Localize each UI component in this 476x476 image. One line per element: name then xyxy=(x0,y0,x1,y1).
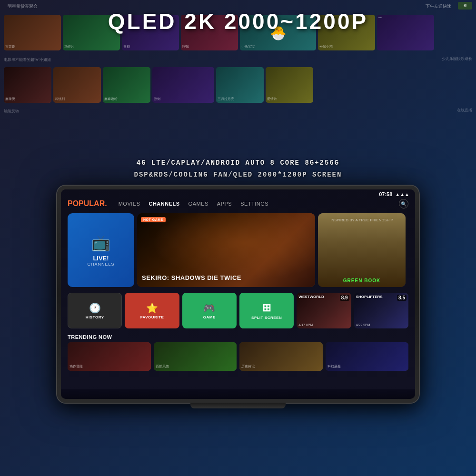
trending-card-2[interactable]: 西部风情 xyxy=(154,342,237,371)
live-channels-tile[interactable]: 📺 LIVE! CHANNELS xyxy=(68,213,134,287)
shoplifters-rating: 8.5 xyxy=(397,295,407,301)
status-bar: 07:58 ▲▲▲ xyxy=(61,189,415,197)
greenbook-background: INSPIRED BY A TRUE FRIENDSHIP xyxy=(318,213,406,287)
split-screen-label: SPLIT SCREEN xyxy=(251,316,282,320)
device-stand xyxy=(190,403,286,408)
status-time: 07:58 xyxy=(379,191,392,197)
history-icon: 🕐 xyxy=(89,302,101,314)
nav-logo: POPULAR. xyxy=(68,199,107,208)
tv-ui: 07:58 ▲▲▲ POPULAR. MOVIES CHANNELS GAMES… xyxy=(61,189,415,389)
trending-card-4[interactable]: 科幻悬疑 xyxy=(326,342,409,371)
favourite-tile[interactable]: ⭐ FAVOURITE xyxy=(125,293,179,328)
trending-row: 动作冒险 西部风情 历史传记 xyxy=(68,342,408,371)
main-grid: 📺 LIVE! CHANNELS HOT GAME xyxy=(68,213,408,290)
westworld-tile[interactable]: WESTWORLD 4/17 8PM 8.9 xyxy=(297,293,351,328)
live-icon: 📺 xyxy=(91,234,110,252)
trending-card-1[interactable]: 动作冒险 xyxy=(68,342,151,371)
wifi-icon: ▲▲▲ xyxy=(395,192,409,197)
sekiro-title: SEKIRO: SHADOWS DIE TWICE xyxy=(142,274,241,281)
main-content: QLED 2K 2000~1200P 4G LTE/CAPLAY/ANDROID… xyxy=(0,0,476,476)
westworld-rating: 8.9 xyxy=(340,295,349,301)
content-area: 📺 LIVE! CHANNELS HOT GAME xyxy=(61,211,415,333)
sekiro-tile[interactable]: HOT GAME SEKIRO: SHADOWS DIE TWICE xyxy=(137,213,315,287)
nav-item-settings[interactable]: SETTINGS xyxy=(240,201,268,207)
trending-card-3[interactable]: 历史传记 xyxy=(239,342,323,371)
trending-label: TRENDING NOW xyxy=(68,334,408,340)
specs-line-2: DSP&RDS/COOLING FAN/QLED 2000*1200P SCRE… xyxy=(71,169,405,181)
search-button[interactable]: 🔍 xyxy=(399,199,408,208)
history-tile[interactable]: 🕐 HISTORY xyxy=(68,293,122,328)
live-sub-label: CHANNELS xyxy=(87,262,114,267)
nav-logo-dot: . xyxy=(105,199,107,208)
split-screen-tile[interactable]: ⊞ SPLIT SCREEN xyxy=(239,293,294,328)
game-icon: 🎮 xyxy=(203,302,215,314)
hot-game-badge: HOT GAME xyxy=(141,217,166,222)
game-tile[interactable]: 🎮 GAME xyxy=(182,293,237,328)
shoplifters-info: 4/22 9PM xyxy=(356,323,370,327)
nav-item-apps[interactable]: APPS xyxy=(217,201,232,207)
small-tiles-row: 🕐 HISTORY ⭐ FAVOURITE 🎮 GA xyxy=(68,293,408,328)
device-screen: 07:58 ▲▲▲ POPULAR. MOVIES CHANNELS GAMES… xyxy=(61,189,415,399)
favourite-icon: ⭐ xyxy=(146,302,158,314)
nav-bar: POPULAR. MOVIES CHANNELS GAMES APPS SETT… xyxy=(61,197,415,211)
split-screen-icon: ⊞ xyxy=(262,302,271,314)
nav-item-games[interactable]: GAMES xyxy=(188,201,208,207)
history-label: HISTORY xyxy=(86,315,104,319)
game-label: GAME xyxy=(203,315,216,319)
greenbook-title: GREEN BOOK xyxy=(318,278,406,283)
device-mockup: 07:58 ▲▲▲ POPULAR. MOVIES CHANNELS GAMES… xyxy=(57,186,419,408)
trending-section: TRENDING NOW 动作冒险 西部风情 xyxy=(61,333,415,375)
device-shadow xyxy=(61,389,415,399)
page-title: QLED 2K 2000~1200P xyxy=(0,9,476,34)
title-section: QLED 2K 2000~1200P xyxy=(0,0,476,38)
shoplifters-tile[interactable]: SHOPLIFTERS 4/22 9PM 8.5 xyxy=(354,293,408,328)
live-label: LIVE! xyxy=(93,255,109,262)
specs-section: 4G LTE/CAPLAY/ANDROID AUTO 8 CORE 8G+256… xyxy=(71,157,405,181)
westworld-title: WESTWORLD xyxy=(298,295,324,299)
favourite-label: FAVOURITE xyxy=(140,315,164,319)
nav-item-channels[interactable]: CHANNELS xyxy=(149,201,179,207)
westworld-info: 4/17 8PM xyxy=(298,323,313,327)
shoplifters-title: SHOPLIFTERS xyxy=(356,295,383,299)
device-outer-frame: 07:58 ▲▲▲ POPULAR. MOVIES CHANNELS GAMES… xyxy=(57,186,419,403)
greenbook-tile[interactable]: INSPIRED BY A TRUE FRIENDSHIP GREEN BOOK xyxy=(318,213,406,287)
specs-line-1: 4G LTE/CAPLAY/ANDROID AUTO 8 CORE 8G+256… xyxy=(71,157,405,169)
nav-item-movies[interactable]: MOVIES xyxy=(119,201,140,207)
